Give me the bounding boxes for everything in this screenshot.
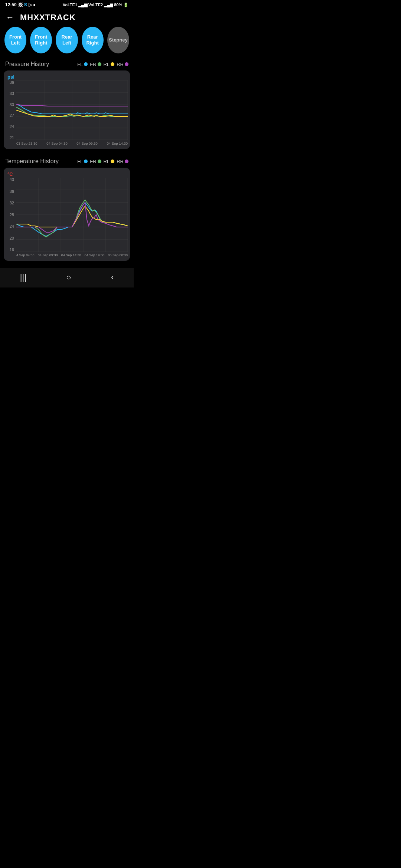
signal-bars2: ▂▄▆ — [104, 3, 113, 7]
legend-fl-label: FL — [77, 62, 83, 67]
tire-btn-rr[interactable]: RearRight — [82, 27, 104, 53]
temp-chart-inner: °C 40 36 32 28 24 20 16 — [4, 171, 128, 257]
legend-fr-dot — [98, 62, 101, 66]
legend-fr: FR — [90, 62, 101, 67]
status-right: VoLTE1 ▂▄▆ VoLTE2 ▂▄▆ 80% 🔋 — [63, 3, 128, 7]
temp-legend-fr: FR — [90, 159, 101, 164]
temp-y-label: °C — [4, 171, 128, 177]
recents-icon[interactable]: ||| — [20, 273, 26, 282]
signal-lte1: VoLTE1 — [63, 3, 77, 7]
status-time: 12:50 — [5, 2, 17, 7]
legend-fr-label: FR — [90, 62, 96, 67]
tire-btn-fl[interactable]: FrontLeft — [4, 27, 26, 53]
legend-rl-dot — [111, 62, 114, 66]
temp-y-axis: 40 36 32 28 24 20 16 — [4, 178, 16, 252]
pressure-y-axis: 36 33 30 27 24 21 — [4, 80, 16, 140]
camera-icon: 🖼 — [18, 2, 23, 7]
pressure-svg — [16, 80, 128, 140]
temp-legend-fr-label: FR — [90, 159, 96, 164]
pressure-chart-inner: psi 36 33 30 27 24 21 — [4, 74, 128, 145]
temp-legend-fl: FL — [77, 159, 88, 164]
legend-rl-label: RL — [104, 62, 110, 67]
play-icon: ▷ — [29, 2, 32, 7]
temp-chart-card: °C 40 36 32 28 24 20 16 — [4, 168, 130, 261]
temp-chart-area: 40 36 32 28 24 20 16 — [4, 178, 128, 252]
bottom-nav: ||| ○ ‹ — [0, 268, 134, 287]
pressure-title: Pressure History — [5, 61, 49, 68]
tire-btn-rl[interactable]: RearLeft — [56, 27, 78, 53]
pressure-y-label: psi — [4, 74, 128, 80]
temp-x-axis: 4 Sep 04:30 04 Sep 09:30 04 Sep 14:30 04… — [4, 252, 128, 257]
back-nav-icon[interactable]: ‹ — [111, 273, 114, 282]
battery-icon: 🔋 — [123, 3, 128, 7]
legend-fl-dot — [84, 62, 88, 66]
signal-lte2: VoLTE2 — [88, 3, 103, 7]
pressure-section-header: Pressure History FL FR RL RR — [0, 59, 134, 70]
legend-fl: FL — [77, 62, 88, 67]
legend-rr: RR — [117, 62, 128, 67]
legend-rr-label: RR — [117, 62, 124, 67]
pressure-svg-wrap — [16, 80, 128, 140]
battery-pct: 80% — [114, 3, 122, 7]
s-icon: S — [24, 2, 27, 7]
temp-legend-rr-label: RR — [117, 159, 124, 164]
page-title: MHXXTRACK — [20, 13, 76, 22]
tire-btn-stepney[interactable]: Stepney — [107, 27, 129, 53]
temp-legend-fr-dot — [98, 160, 101, 163]
temp-svg — [16, 178, 128, 252]
pressure-chart-card: psi 36 33 30 27 24 21 — [4, 70, 130, 149]
legend-rl: RL — [104, 62, 115, 67]
tire-btn-fr[interactable]: FrontRight — [30, 27, 52, 53]
signal-bars1: ▂▄▆ — [78, 3, 87, 7]
temp-legend-rr-dot — [125, 160, 128, 163]
status-bar: 12:50 🖼 S ▷ VoLTE1 ▂▄▆ VoLTE2 ▂▄▆ 80% 🔋 — [0, 0, 134, 9]
temp-legend-fl-label: FL — [77, 159, 83, 164]
temp-title: Temperature History — [5, 158, 59, 165]
temp-svg-wrap — [16, 178, 128, 252]
home-icon[interactable]: ○ — [66, 273, 71, 282]
temp-legend-rl-label: RL — [104, 159, 110, 164]
tire-buttons-row: FrontLeft FrontRight RearLeft RearRight … — [0, 27, 134, 59]
temp-legend-fl-dot — [84, 160, 88, 163]
temp-legend: FL FR RL RR — [77, 159, 128, 164]
back-button[interactable]: ← — [6, 13, 14, 22]
temp-legend-rl: RL — [104, 159, 115, 164]
dot-icon — [33, 4, 35, 6]
pressure-chart-area: 36 33 30 27 24 21 — [4, 80, 128, 140]
app-header: ← MHXXTRACK — [0, 9, 134, 27]
status-left: 12:50 🖼 S ▷ — [5, 2, 35, 7]
pressure-legend: FL FR RL RR — [77, 62, 128, 67]
pressure-x-axis: 03 Sep 23:30 04 Sep 04:30 04 Sep 09:30 0… — [4, 140, 128, 145]
temp-legend-rr: RR — [117, 159, 128, 164]
temp-legend-rl-dot — [111, 160, 114, 163]
legend-rr-dot — [125, 62, 128, 66]
temp-section-header: Temperature History FL FR RL RR — [0, 157, 134, 168]
